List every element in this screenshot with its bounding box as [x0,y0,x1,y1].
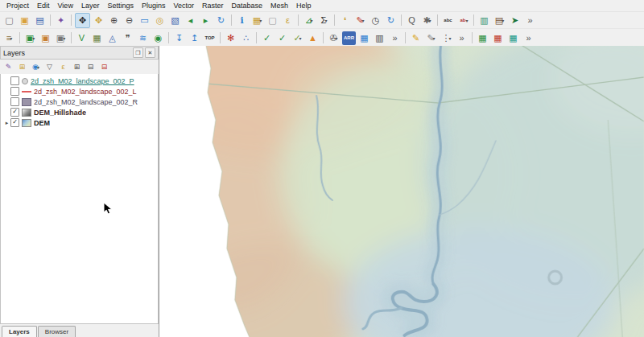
select-by-expression-icon[interactable]: ε [281,14,295,27]
attachments-icon[interactable]: ✇▾ [327,31,341,45]
menu-project[interactable]: Project [2,1,33,10]
collapse-all-icon[interactable]: ⊟ [85,61,97,73]
dropdown-arrow-icon[interactable]: ▾ [502,18,504,23]
menu-edit[interactable]: Edit [33,1,54,10]
dropdown-arrow-icon[interactable]: ▾ [10,35,12,41]
layer-statistics-icon[interactable]: ▥ [373,31,386,45]
dropdown-arrow-icon[interactable]: ▾ [433,35,436,41]
arr-plugin-icon[interactable]: ARR [342,31,356,45]
zoom-out-icon[interactable]: ⊖ [122,14,136,27]
zoom-to-selection-icon[interactable]: ◎ [153,14,167,27]
add-vector-layer-icon[interactable]: V [75,31,89,45]
dropdown-arrow-icon[interactable]: ▾ [259,18,262,23]
panel-float-icon[interactable]: ❐ [133,47,143,58]
digitizing-tools-icon[interactable]: ⋮▾ [440,31,453,45]
deselect-features-icon[interactable]: ▢ [266,14,279,27]
plugin-grid-red-icon[interactable]: ▦ [491,31,505,45]
dropdown-arrow-icon[interactable]: ▾ [324,18,327,23]
refresh-icon[interactable]: ↻ [384,14,398,27]
osm-place-search-icon[interactable]: ➤ [508,14,522,27]
zoom-full-extent-icon[interactable]: ▭ [138,14,151,27]
save-edits-icon[interactable]: ✎▾ [424,31,438,45]
filter-legend-icon[interactable]: ▽ [43,61,56,73]
menu-view[interactable]: View [54,1,77,10]
data-source-manager-icon[interactable]: ≡▾ [2,31,16,45]
layer-row-2d_zsh_M02_landscape_002_L[interactable]: 2d_zsh_M02_landscape_002_L [1,86,158,97]
top-tool-icon[interactable]: TOP [203,31,217,45]
remove-layer-icon[interactable]: ⊟ [98,61,110,73]
menu-vector[interactable]: Vector [169,1,198,10]
layer-label[interactable]: 2d_zsh_M02_landscape_002_L [34,88,137,96]
menu-raster[interactable]: Raster [198,1,228,10]
dropdown-arrow-icon[interactable]: ▾ [336,35,338,41]
overflow-c-icon[interactable]: » [522,31,535,45]
menu-help[interactable]: Help [292,1,316,10]
tab-layers[interactable]: Layers [2,326,37,337]
layer-visibility-checkbox[interactable]: ✓ [10,108,19,117]
fix-geometries-icon[interactable]: ✓▾ [291,31,304,45]
new-virtual-layer-icon[interactable]: ▣▾ [54,31,68,45]
layer-visibility-checkbox[interactable]: ✓ [10,118,19,127]
geometry-warning-icon[interactable]: ▲ [306,31,320,45]
layer-label[interactable]: 2d_zsh_M02_landscape_002_R [34,98,138,106]
open-layer-styling-icon[interactable]: ✎ [2,61,14,73]
zoom-next-icon[interactable]: ▸ [199,14,213,27]
menu-mesh[interactable]: Mesh [266,1,292,10]
layout-manager-icon[interactable]: ▤▾ [493,14,506,27]
dropdown-arrow-icon[interactable]: ▾ [429,18,431,23]
temporal-controller-icon[interactable]: ◷ [369,14,382,27]
add-postgis-layer-icon[interactable]: ≋ [136,31,150,45]
print-layout-icon[interactable]: ▥ [477,14,491,27]
plugin-grid-green-icon[interactable]: ▦ [476,31,489,45]
add-group-icon[interactable]: ⊞ [16,61,28,73]
export-data-icon[interactable]: ↥ [188,31,201,45]
expand-all-icon[interactable]: ⊞ [71,61,83,73]
menu-plugins[interactable]: Plugins [138,1,170,10]
layer-visibility-checkbox[interactable] [10,76,19,85]
new-geopackage-layer-icon[interactable]: ▣▾ [23,31,37,45]
dropdown-arrow-icon[interactable]: ▾ [362,18,365,23]
add-delimited-text-icon[interactable]: ❞ [121,31,134,45]
overflow-row1-icon[interactable]: » [523,14,537,27]
add-wms-layer-icon[interactable]: ◉ [151,31,165,45]
options-icon[interactable]: ✱▾ [420,14,434,27]
toggle-editing-icon[interactable]: ✎ [409,31,423,45]
open-project-icon[interactable]: ▣ [18,14,31,27]
dropdown-arrow-icon[interactable]: ▾ [299,35,302,41]
zoom-to-layer-icon[interactable]: ▧ [168,14,182,27]
project-new-icon[interactable]: ▢ [2,14,16,27]
pan-map-icon[interactable]: ✥ [75,13,90,28]
topology-checker-icon[interactable]: ✓ [275,31,289,45]
layer-row-DEM[interactable]: ▸✓DEM [1,117,158,128]
pan-to-selection-icon[interactable]: ✥ [92,14,105,27]
processing-toolbox-icon[interactable]: ✻ [224,31,237,45]
layer-visibility-checkbox[interactable] [10,97,19,106]
map-canvas[interactable] [159,46,644,337]
graphical-modeler-icon[interactable]: ∴ [239,31,253,45]
panel-close-icon[interactable]: ✕ [145,47,155,58]
zoom-in-icon[interactable]: ⊕ [107,14,121,27]
layer-label[interactable]: DEM [34,119,50,127]
import-data-icon[interactable]: ↧ [172,31,186,45]
add-mesh-layer-icon[interactable]: ◬ [105,31,119,45]
new-annotation-icon[interactable]: ✎▾ [353,14,367,27]
layer-row-2d_zsh_M02_landscape_002_P[interactable]: 2d_zsh_M02_landscape_002_P [1,76,158,86]
check-geometries-icon[interactable]: ✓ [260,31,274,45]
style-manager-icon[interactable]: ✦ [54,14,68,27]
menu-settings[interactable]: Settings [103,1,138,10]
add-raster-layer-icon[interactable]: ▦ [90,31,104,45]
manage-map-themes-icon[interactable]: ◉▾ [30,61,42,73]
menu-layer[interactable]: Layer [77,1,104,10]
select-features-icon[interactable]: ▦▾ [250,14,264,27]
identify-features-icon[interactable]: ℹ [235,14,249,27]
measure-icon[interactable]: ⊿▾ [302,14,316,27]
layer-visibility-checkbox[interactable] [10,87,19,96]
layer-label[interactable]: 2d_zsh_M02_landscape_002_P [31,77,134,85]
dropdown-arrow-icon[interactable]: ▾ [37,64,39,70]
expander-icon[interactable]: ▸ [3,120,10,126]
refresh-map-icon[interactable]: ↻ [214,14,228,27]
new-shapefile-layer-icon[interactable]: ▣ [39,31,52,45]
dropdown-arrow-icon[interactable]: ▾ [63,35,65,41]
dropdown-arrow-icon[interactable]: ▾ [311,18,313,23]
map-tips-icon[interactable]: ❛ [338,14,352,27]
